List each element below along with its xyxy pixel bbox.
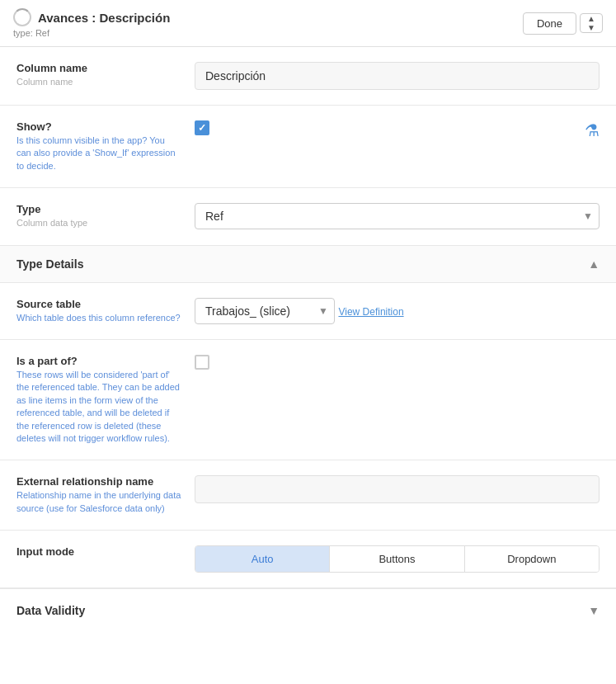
header: Avances : Descripción type: Ref Done ▲▼ [0,0,616,47]
page-title: Avances : Descripción [38,11,170,25]
input-mode-section: Input mode Auto Buttons Dropdown [0,531,616,588]
type-details-header: Type Details ▲ [0,246,616,283]
source-table-input-col: Trabajos_ (slice) Trabajos_ Other ▼ View… [195,298,600,324]
show-checkbox[interactable]: ✓ [195,120,209,135]
type-input-col: Ref Text Number Date Boolean ▼ [195,203,600,229]
is-part-of-label: Is a part of? [16,355,181,367]
ext-rel-input-col [195,475,600,503]
source-table-select[interactable]: Trabajos_ (slice) Trabajos_ Other [195,298,335,324]
checkmark-icon: ✓ [198,123,206,133]
header-right: Done ▲▼ [523,12,603,35]
is-part-of-desc: These rows will be considered 'part of' … [16,369,181,445]
ext-rel-label-col: External relationship name Relationship … [16,475,181,515]
type-select-wrapper: Ref Text Number Date Boolean ▼ [195,203,600,229]
source-table-label: Source table [16,298,181,310]
ext-rel-input[interactable] [195,475,600,503]
input-mode-buttons[interactable]: Buttons [330,546,464,572]
ext-rel-desc: Relationship name in the underlying data… [16,489,181,515]
main-content: Column name Column name Show? Is this co… [0,47,616,684]
is-part-of-section: Is a part of? These rows will be conside… [0,340,616,460]
ext-rel-label: External relationship name [16,475,181,488]
header-subtitle: type: Ref [13,28,170,38]
column-name-desc: Column name [16,76,181,88]
show-input-col: ✓ ⚗ [195,120,600,140]
column-name-label: Column name [16,62,181,74]
input-mode-auto[interactable]: Auto [195,546,330,572]
input-mode-input-col: Auto Buttons Dropdown [195,545,600,573]
type-label: Type [16,203,181,215]
type-section: Type Column data type Ref Text Number Da… [0,188,616,245]
type-select[interactable]: Ref Text Number Date Boolean [195,203,600,229]
beaker-icon: ⚗ [585,120,600,140]
header-left: Avances : Descripción type: Ref [13,8,170,38]
column-name-label-col: Column name Column name [16,62,181,88]
column-name-input-col [195,62,600,90]
column-name-input[interactable] [195,62,600,90]
source-table-label-col: Source table Which table does this colum… [16,298,181,324]
source-table-select-wrapper: Trabajos_ (slice) Trabajos_ Other ▼ [195,298,335,324]
is-part-of-label-col: Is a part of? These rows will be conside… [16,355,181,445]
type-details-title: Type Details [16,257,83,271]
source-table-desc: Which table does this column reference? [16,312,181,324]
input-mode-container: Auto Buttons Dropdown [195,545,600,573]
external-relationship-section: External relationship name Relationship … [0,460,616,531]
up-down-arrows: ▲▼ [585,17,597,29]
data-validity-section: Data Validity ▼ [0,588,616,632]
show-section: Show? Is this column visible in the app?… [0,106,616,188]
input-mode-dropdown[interactable]: Dropdown [465,546,599,572]
input-mode-label: Input mode [16,545,181,558]
column-name-section: Column name Column name [0,47,616,106]
is-part-of-input-col [195,355,600,370]
data-validity-title: Data Validity [16,604,85,617]
show-label-col: Show? Is this column visible in the app?… [16,120,181,172]
data-validity-expand-icon[interactable]: ▼ [588,604,600,617]
collapse-icon[interactable]: ▲ [588,257,600,271]
type-desc: Column data type [16,217,181,229]
nav-arrows[interactable]: ▲▼ [580,13,603,33]
type-label-col: Type Column data type [16,203,181,229]
done-button[interactable]: Done [523,12,576,35]
show-desc: Is this column visible in the app? You c… [16,134,181,172]
beaker-col: ⚗ [585,120,600,140]
view-definition-link[interactable]: View Definition [338,306,403,318]
spinner-icon [13,8,31,26]
input-mode-label-col: Input mode [16,545,181,559]
is-part-of-checkbox[interactable] [195,355,209,370]
show-label: Show? [16,120,181,133]
source-table-section: Source table Which table does this colum… [0,283,616,340]
